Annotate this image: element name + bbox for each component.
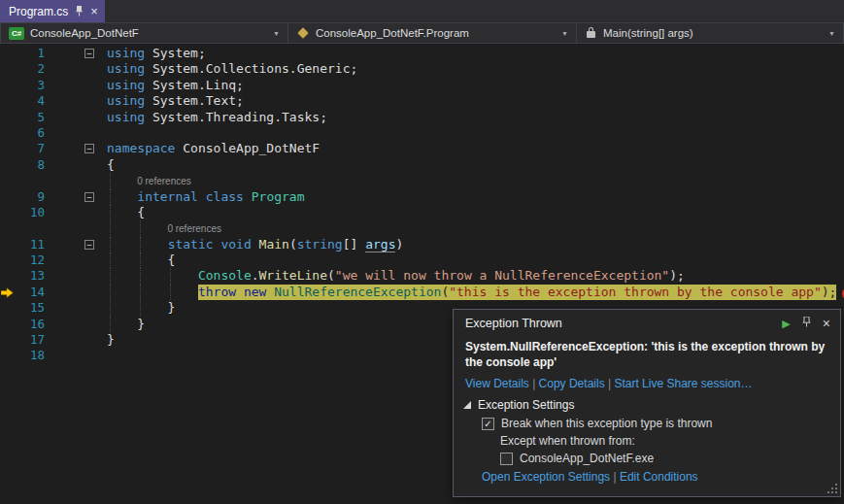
breakpoint-margin [0, 300, 16, 316]
code-token: ( [327, 268, 335, 283]
pin-popup-icon[interactable] [802, 317, 811, 330]
outlining-margin [82, 110, 99, 125]
code-line: 13 Console.WriteLine("we will now throw … [0, 268, 844, 284]
breakpoint-margin [0, 78, 16, 93]
codelens-references[interactable]: 0 references [107, 221, 221, 237]
code-token: . [252, 268, 259, 283]
code-token: { [107, 252, 175, 267]
line-number: 13 [16, 268, 45, 284]
member-dropdown[interactable]: Main(string[] args) ▼ [577, 22, 844, 44]
breakpoint-margin [0, 110, 16, 125]
code-line: 12 { [0, 252, 844, 268]
indent-guide [170, 285, 171, 300]
fold-collapse-icon[interactable]: − [84, 144, 94, 153]
gutter-spacer [45, 157, 82, 173]
outlining-margin [82, 317, 99, 332]
breakpoint-margin [0, 317, 16, 332]
popup-action-links: View Details | Copy Details | Start Live… [454, 375, 840, 392]
indent-guide [110, 285, 111, 300]
break-checkbox-checked[interactable]: ✓ [482, 418, 494, 430]
code-token: class [198, 189, 244, 204]
gutter-spacer [45, 268, 82, 284]
popup-link[interactable]: Start Live Share session… [614, 377, 752, 390]
continue-execution-icon[interactable]: ▶ [782, 318, 790, 330]
code-token: ) [395, 237, 403, 252]
line-number: 18 [16, 348, 45, 363]
breakpoint-margin [0, 46, 16, 61]
code-content: { [99, 252, 844, 268]
code-content: 0 references [99, 173, 844, 188]
code-line: 10 { [0, 205, 844, 220]
outlining-margin [82, 93, 99, 109]
code-content: using System.Collections.Generic; [99, 61, 844, 77]
chevron-down-icon: ▼ [828, 30, 835, 37]
private-method-lock-icon [587, 31, 595, 38]
except-when-label: Except when thrown from: [454, 432, 840, 450]
code-token: [] [343, 237, 365, 252]
codelens-references[interactable]: 0 references [107, 174, 191, 189]
line-number: 4 [16, 93, 45, 109]
indent-guide [110, 220, 111, 236]
pin-tab-icon[interactable] [75, 6, 84, 17]
line-number: 8 [16, 157, 45, 173]
code-token [107, 237, 168, 252]
popup-link[interactable]: Edit Conditions [620, 470, 698, 484]
gutter-spacer [45, 252, 82, 268]
gutter-spacer [45, 348, 82, 363]
code-content: internal class Program [99, 189, 844, 205]
navigation-bar: C# ConsoleApp_DotNetF ▼ ConsoleApp_DotNe… [0, 22, 844, 44]
code-line: 7−namespace ConsoleApp_DotNetF [0, 141, 844, 156]
fold-collapse-icon[interactable]: − [84, 240, 94, 250]
breakpoint-margin [0, 237, 16, 252]
codelens-row: 0 references [0, 173, 844, 188]
current-statement-arrow[interactable] [0, 285, 16, 300]
module-checkbox-unchecked[interactable] [500, 453, 513, 465]
resize-grip[interactable] [827, 483, 838, 494]
indent-guide [140, 300, 141, 316]
breakpoint-margin [0, 220, 16, 236]
code-content: using System.Text; [99, 93, 844, 109]
code-token: new [236, 285, 266, 299]
tab-program-cs[interactable]: Program.cs × [0, 0, 105, 22]
popup-link[interactable]: Open Exception Settings [482, 470, 610, 484]
code-content: throw new NullReferenceException("this i… [99, 285, 844, 300]
code-token: Main [252, 237, 289, 252]
code-token: System.Threading.Tasks; [145, 110, 327, 124]
project-dropdown-value: ConsoleApp_DotNetF [30, 27, 139, 39]
breakpoint-margin [0, 125, 16, 141]
code-token: "this is the exception thrown by the con… [449, 285, 822, 299]
line-number: 11 [16, 237, 45, 252]
exception-settings-header[interactable]: Exception Settings [454, 392, 840, 415]
project-dropdown[interactable]: C# ConsoleApp_DotNetF ▼ [0, 22, 288, 44]
code-content: namespace ConsoleApp_DotNetF [99, 141, 844, 156]
settings-header-label: Exception Settings [478, 398, 574, 412]
line-number: 3 [16, 78, 45, 93]
line-number: 12 [16, 252, 45, 268]
code-token: throw [198, 285, 236, 299]
close-icon[interactable]: × [823, 317, 830, 330]
popup-link[interactable]: View Details [465, 377, 529, 390]
outlining-margin [82, 268, 99, 284]
indent-guide [110, 268, 111, 284]
code-token: namespace [107, 141, 175, 155]
gutter-spacer [45, 125, 82, 141]
line-number: 1 [16, 46, 45, 61]
indent-guide [140, 252, 141, 268]
fold-collapse-icon[interactable]: − [84, 192, 94, 202]
indent-guide [110, 300, 111, 316]
type-dropdown[interactable]: ConsoleApp_DotNetF.Program ▼ [288, 22, 577, 44]
code-line: 2using System.Collections.Generic; [0, 61, 844, 77]
breakpoint-margin [0, 348, 16, 363]
tab-close-icon[interactable]: × [90, 5, 98, 17]
breakpoint-margin [0, 268, 16, 284]
line-number: 14 [16, 285, 45, 300]
code-content: Console.WriteLine("we will now throw a N… [99, 268, 844, 284]
outlining-margin: − [82, 189, 99, 205]
code-token: ConsoleApp_DotNetF [175, 141, 320, 155]
popup-link[interactable]: Copy Details [539, 377, 605, 390]
code-content: { [99, 205, 844, 220]
class-icon [297, 27, 308, 38]
tab-title: Program.cs [9, 5, 68, 18]
gutter-spacer [45, 189, 82, 205]
fold-collapse-icon[interactable]: − [84, 49, 94, 58]
